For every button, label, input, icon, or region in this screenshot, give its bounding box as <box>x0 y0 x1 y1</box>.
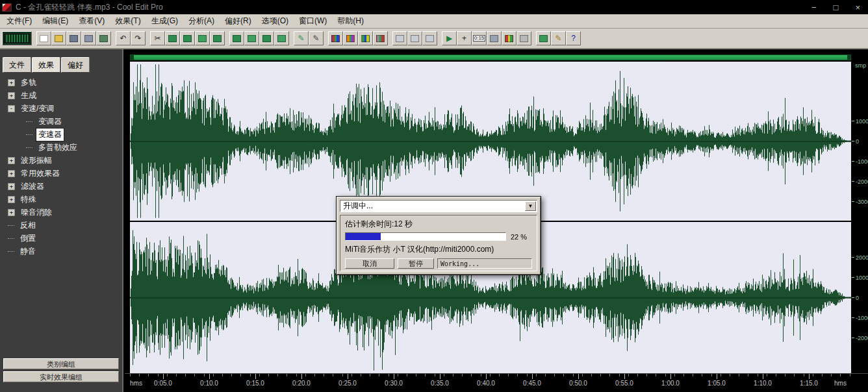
tree-item-special[interactable]: +特殊 <box>0 193 122 206</box>
frequency-analysis-button[interactable] <box>343 31 358 45</box>
expand-icon[interactable]: + <box>8 209 15 216</box>
cut-button[interactable]: ✂ <box>150 31 165 45</box>
open-file-button[interactable] <box>51 31 66 45</box>
menu-window[interactable]: 窗口(W) <box>294 14 332 29</box>
session-window-button[interactable] <box>422 31 437 45</box>
cancel-button[interactable]: 取消 <box>345 258 394 269</box>
toolbar-group-9: ▶+0:15 <box>442 31 531 45</box>
copy-button[interactable] <box>165 31 180 45</box>
expand-icon[interactable]: + <box>8 183 15 190</box>
trim-button[interactable] <box>210 31 225 45</box>
expand-icon[interactable]: + <box>8 157 15 164</box>
expand-icon[interactable]: + <box>8 170 15 177</box>
close-button[interactable]: × <box>855 3 860 12</box>
minimize-button[interactable]: − <box>811 3 817 12</box>
expand-icon[interactable]: + <box>8 92 15 99</box>
tree-item-common-effects[interactable]: +常用效果器 <box>0 167 122 180</box>
convert-sample-type-button[interactable] <box>229 31 244 45</box>
menu-generate[interactable]: 生成(G) <box>146 14 183 29</box>
time-format-button[interactable]: 0:15 <box>472 31 487 45</box>
snapping-button[interactable] <box>487 31 502 45</box>
new-file-button[interactable] <box>36 31 51 45</box>
progress-stage-dropdown[interactable]: 升调中... ▼ <box>340 200 537 212</box>
menu-help[interactable]: 帮助(H) <box>332 14 369 29</box>
favorites-edit-button[interactable]: ✎ <box>551 31 566 45</box>
paste-button[interactable] <box>180 31 195 45</box>
maximize-button[interactable]: □ <box>834 3 839 12</box>
tree-item-silence[interactable]: 静音 <box>0 245 122 258</box>
ruler-tick-label: -2000 <box>852 335 868 341</box>
title-bar: C - 金孔雀轻轻跳 伴奏.mp3 - Cool Edit Pro − □ × <box>0 0 868 14</box>
timeline-tick <box>763 374 763 379</box>
ruler-tick: 0 <box>852 295 868 301</box>
tree-item-time-pitch[interactable]: -变速/变调 <box>0 102 122 115</box>
save-as-button[interactable] <box>81 31 96 45</box>
mixer-window-button[interactable] <box>407 31 422 45</box>
tab-files[interactable]: 文件 <box>3 57 31 73</box>
statistics-button[interactable] <box>373 31 388 45</box>
phase-analysis-button[interactable] <box>358 31 373 45</box>
tree-item-label: 反相 <box>18 219 38 232</box>
pencil-draw-button[interactable]: ✎ <box>309 31 324 45</box>
waveform-view-button[interactable] <box>2 31 32 45</box>
undo-button[interactable]: ↶ <box>116 31 131 45</box>
ruler-tick: 2000 <box>852 254 868 261</box>
mix-paste-button[interactable] <box>195 31 210 45</box>
pause-button[interactable]: 暂停 <box>398 258 434 269</box>
help-button[interactable]: ? <box>566 31 581 45</box>
chevron-down-icon[interactable]: ▼ <box>525 201 536 211</box>
timeline-tick <box>394 374 394 379</box>
tree-item-invert[interactable]: 反相 <box>0 219 122 232</box>
group-by-category-button[interactable]: 类别编组 <box>3 358 119 369</box>
tree-item-doppler[interactable]: 多普勒效应 <box>0 141 122 154</box>
batch-process-button[interactable] <box>274 31 289 45</box>
amplitude-ruler[interactable]: smp 10000-1000-2000-3000200010000-1000-2… <box>852 62 868 373</box>
play-preview-button[interactable]: ▶ <box>442 31 457 45</box>
menu-favorites[interactable]: 偏好(R) <box>220 14 257 29</box>
organizer-tabs: 文件效果偏好 <box>3 57 90 73</box>
menu-edit[interactable]: 编辑(E) <box>37 14 73 29</box>
window-title: C - 金孔雀轻轻跳 伴奏.mp3 - Cool Edit Pro <box>16 2 163 13</box>
edit-original-button[interactable] <box>259 31 274 45</box>
redo-button[interactable]: ↷ <box>131 31 146 45</box>
zoom-button[interactable]: + <box>457 31 472 45</box>
tree-item-stretch[interactable]: 变速器 <box>0 128 122 141</box>
tree-item-pitch-shifter[interactable]: 变调器 <box>0 115 122 128</box>
level-meter-button[interactable] <box>502 31 517 45</box>
cd-player-window-button[interactable] <box>392 31 407 45</box>
tree-item-reverse[interactable]: 倒置 <box>0 232 122 245</box>
menu-effects[interactable]: 效果(T) <box>110 14 146 29</box>
view-range-bar[interactable] <box>130 55 851 60</box>
tree-item-filters[interactable]: +滤波器 <box>0 180 122 193</box>
timeline-ruler[interactable]: hms hms 0:05.00:10.00:15.00:20.00:25.00:… <box>125 373 868 389</box>
toolbar-group-6: ✎✎ <box>294 31 324 45</box>
timeline-tick <box>578 374 579 379</box>
ruler-tick-label: 2000 <box>852 254 868 261</box>
monitor-record-button[interactable] <box>536 31 551 45</box>
spectral-view-button[interactable] <box>328 31 343 45</box>
menu-view[interactable]: 查看(V) <box>73 14 110 29</box>
save-all-button[interactable] <box>96 31 111 45</box>
expand-icon[interactable]: + <box>8 79 15 86</box>
tab-effects[interactable]: 效果 <box>32 57 60 73</box>
menu-options[interactable]: 选项(O) <box>257 14 294 29</box>
insert-in-multitrack-button[interactable] <box>244 31 259 45</box>
menu-file[interactable]: 文件(F) <box>1 14 37 29</box>
realtime-effects-button[interactable]: 实时效果编组 <box>3 371 119 382</box>
horizontal-ruler-button[interactable] <box>517 31 531 45</box>
tree-item-amplitude[interactable]: +波形振幅 <box>0 154 122 167</box>
pencil-edit-button[interactable]: ✎ <box>294 31 309 45</box>
ruler-tick: 1000 <box>852 275 868 281</box>
tab-presets[interactable]: 偏好 <box>61 57 90 73</box>
tree-item-noise-reduction[interactable]: +噪音消除 <box>0 206 122 219</box>
save-file-button[interactable] <box>66 31 81 45</box>
new-file-icon <box>40 35 48 42</box>
expand-icon[interactable]: + <box>8 196 15 203</box>
ruler-tick: 1000 <box>852 118 868 125</box>
menu-analyze[interactable]: 分析(A) <box>183 14 220 29</box>
progress-percent-label: 22 % <box>511 233 527 241</box>
tree-item-multitrack[interactable]: +多轨 <box>0 76 122 89</box>
collapse-icon[interactable]: - <box>8 105 15 112</box>
tree-item-generate[interactable]: +生成 <box>0 89 122 102</box>
timeline-tick <box>809 374 810 379</box>
